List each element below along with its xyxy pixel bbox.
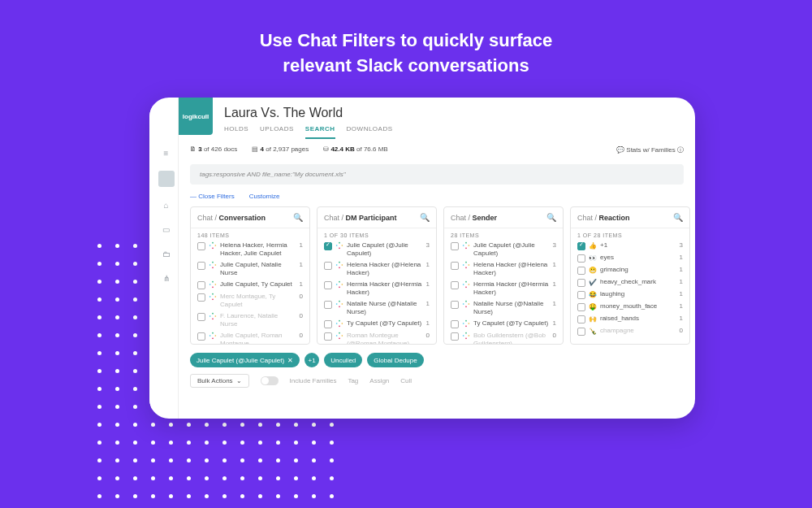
bulk-actions-button[interactable]: Bulk Actions ⌄ — [190, 374, 249, 388]
tab-uploads[interactable]: UPLOADS — [260, 125, 294, 139]
bulk-assign[interactable]: Assign — [369, 377, 389, 384]
nav-home-icon[interactable]: ⌂ — [160, 198, 173, 211]
svg-rect-21 — [212, 313, 214, 315]
checkbox[interactable] — [451, 242, 459, 250]
checkbox[interactable] — [324, 332, 332, 341]
filter-pill[interactable]: Global Dedupe — [367, 353, 423, 367]
facet-item[interactable]: 👀eyes1 — [577, 252, 683, 264]
slack-icon — [335, 241, 343, 250]
avatar[interactable] — [158, 171, 175, 187]
facet-item[interactable]: Helena Hacker (@Helena Hacker)1 — [451, 259, 556, 279]
facet-item-label: Roman Montegue (@Roman Montague) — [347, 332, 423, 344]
facet-item[interactable]: Bob Guildenstern (@Bob Guildenstern)0 — [451, 330, 556, 344]
facet-item-count: 1 — [553, 319, 556, 327]
svg-rect-73 — [465, 287, 467, 289]
close-filters-link[interactable]: — Close Filters — [190, 193, 235, 200]
facet-item[interactable]: Julie Capulet, Natalie Nurse1 — [197, 259, 303, 279]
facet-item[interactable]: 😬grimacing1 — [577, 264, 683, 276]
facet-item[interactable]: Julie Capulet (@Julie Capulet)3 — [324, 240, 430, 259]
search-icon[interactable]: 🔍 — [293, 213, 303, 222]
facet-item[interactable]: Ty Capulet (@Ty Capulet)1 — [451, 318, 556, 330]
facet-item[interactable]: 😂laughing1 — [577, 289, 683, 301]
facet-item[interactable]: Julie Capulet, Roman Montague0 — [197, 330, 303, 344]
filter-pill[interactable]: Julie Capulet (@Julie Capulet)✕ — [190, 353, 300, 367]
checkbox[interactable] — [577, 315, 585, 323]
checkbox[interactable] — [197, 281, 205, 289]
facet-item[interactable]: Roman Montegue (@Roman Montague)0 — [324, 330, 430, 344]
tab-holds[interactable]: HOLDS — [224, 125, 248, 139]
checkbox[interactable] — [577, 291, 585, 299]
facet-item[interactable]: F. Laurence, Natalie Nurse0 — [197, 310, 303, 330]
facet-item[interactable]: Ty Capulet (@Ty Capulet)1 — [324, 318, 430, 330]
nav-folder-icon[interactable]: 🗀 — [160, 247, 173, 260]
filter-pill[interactable]: Unculled — [324, 353, 362, 367]
checkbox[interactable] — [324, 301, 332, 309]
facet-item-label: +1 — [600, 241, 676, 250]
checkbox[interactable] — [324, 242, 332, 250]
svg-rect-75 — [463, 303, 464, 305]
facet-item[interactable]: 🤑money_mouth_face1 — [577, 301, 683, 313]
customize-link[interactable]: Customize — [249, 193, 280, 200]
checkbox[interactable] — [577, 303, 585, 311]
svg-rect-31 — [339, 242, 340, 244]
checkbox[interactable] — [197, 293, 205, 302]
facet-item[interactable]: Julie Capulet, Ty Capulet1 — [197, 279, 303, 291]
checkbox[interactable] — [324, 320, 332, 328]
bulk-tag[interactable]: Tag — [348, 377, 358, 384]
search-icon[interactable]: 🔍 — [546, 213, 556, 222]
checkbox[interactable] — [197, 332, 205, 341]
slack-icon — [209, 280, 217, 289]
facet-item[interactable]: Natalie Nurse (@Natalie Nurse)1 — [324, 298, 430, 318]
checkbox[interactable] — [451, 262, 459, 270]
checkbox[interactable] — [451, 332, 459, 341]
facet-item-label: Natalie Nurse (@Natalie Nurse) — [473, 300, 550, 316]
stats-families-toggle[interactable]: 💬 Stats w/ Families ⓘ — [616, 145, 684, 154]
include-families-toggle[interactable] — [261, 376, 279, 385]
facet-item[interactable]: Merc Montague, Ty Capulet0 — [197, 291, 303, 310]
bulk-cull[interactable]: Cull — [400, 377, 412, 384]
checkbox[interactable] — [577, 254, 585, 263]
facet-item[interactable]: 👍+13 — [577, 240, 683, 252]
checkbox[interactable] — [197, 313, 205, 321]
checkbox[interactable] — [324, 262, 332, 270]
facet-item[interactable]: Helena Hacker, Hermia Hacker, Julie Capu… — [197, 240, 303, 259]
checkbox[interactable] — [451, 301, 459, 309]
svg-rect-30 — [336, 245, 338, 246]
facet-item[interactable]: 🙌raised_hands1 — [577, 313, 683, 325]
collapse-icon[interactable]: ≡ — [160, 146, 173, 159]
facet-item[interactable]: 🍾champagne0 — [577, 325, 683, 337]
checkbox[interactable] — [577, 242, 585, 250]
facet-item[interactable]: Hermia Hacker (@Hermia Hacker)1 — [451, 279, 556, 298]
filter-pill[interactable]: +1 — [304, 353, 319, 367]
search-icon[interactable]: 🔍 — [420, 213, 430, 222]
facet-item-count: 1 — [553, 280, 556, 288]
svg-rect-13 — [212, 287, 214, 289]
search-icon[interactable]: 🔍 — [673, 213, 683, 222]
close-icon[interactable]: ✕ — [287, 357, 293, 364]
nav-docs-icon[interactable]: ▭ — [160, 223, 173, 236]
search-input[interactable]: tags:responsive AND file_name:"My docume… — [190, 164, 684, 185]
checkbox[interactable] — [577, 279, 585, 287]
facet-item-label: laughing — [600, 290, 676, 298]
facet-item-label: Julie Capulet (@Julie Capulet) — [473, 241, 550, 258]
svg-rect-25 — [209, 335, 211, 336]
checkbox[interactable] — [577, 267, 585, 275]
checkbox[interactable] — [577, 328, 585, 336]
svg-rect-8 — [212, 267, 214, 269]
svg-rect-86 — [465, 332, 467, 334]
facet-item[interactable]: ✔️heavy_check_mark1 — [577, 276, 683, 289]
checkbox[interactable] — [324, 281, 332, 289]
tab-search[interactable]: SEARCH — [305, 125, 335, 139]
facet-item[interactable]: Julie Capulet (@Julie Capulet)3 — [451, 240, 556, 259]
slack-icon — [462, 261, 470, 269]
facet-item[interactable]: Helena Hacker (@Helena Hacker)1 — [324, 259, 430, 279]
slack-icon — [462, 319, 470, 328]
nav-share-icon[interactable]: ⋔ — [160, 271, 173, 284]
checkbox[interactable] — [451, 320, 459, 328]
tab-downloads[interactable]: DOWNLOADS — [347, 125, 393, 139]
checkbox[interactable] — [451, 281, 459, 289]
checkbox[interactable] — [197, 242, 205, 250]
facet-item[interactable]: Natalie Nurse (@Natalie Nurse)1 — [451, 298, 556, 318]
facet-item[interactable]: Hermia Hacker (@Hermia Hacker)1 — [324, 279, 430, 298]
checkbox[interactable] — [197, 262, 205, 270]
